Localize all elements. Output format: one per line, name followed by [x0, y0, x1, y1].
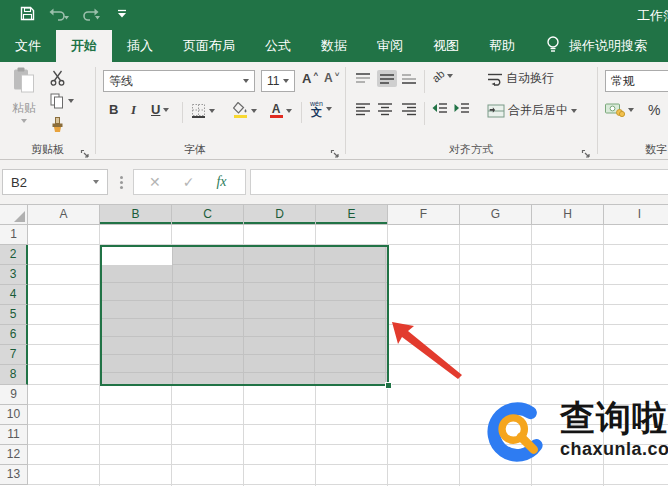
orientation-arrow [447, 74, 453, 78]
row-header-8[interactable]: 8 [0, 365, 28, 385]
row-header-7[interactable]: 7 [0, 345, 28, 365]
increase-indent-button[interactable] [454, 102, 470, 116]
middle-align-button[interactable] [377, 70, 397, 87]
font-color-icon: A [269, 102, 283, 119]
column-header-g[interactable]: G [460, 205, 532, 225]
column-headers: ABCDEFGHI [28, 205, 668, 225]
customize-qat-icon[interactable] [117, 9, 127, 18]
row-header-4[interactable]: 4 [0, 285, 28, 305]
copy-button[interactable] [50, 93, 74, 109]
group-separator [95, 67, 96, 154]
tab-help[interactable]: 帮助 [474, 30, 530, 62]
paste-button[interactable]: 粘贴 [5, 67, 43, 135]
align-right-button[interactable] [401, 102, 417, 116]
logo-text: 查询啦 chaxunla.com [560, 399, 668, 459]
tab-file[interactable]: 文件 [0, 30, 56, 62]
row-header-11[interactable]: 11 [0, 425, 28, 445]
bold-button[interactable]: B [109, 102, 118, 117]
row-header-5[interactable]: 5 [0, 305, 28, 325]
top-align-button[interactable] [355, 72, 371, 85]
underline-button[interactable]: U [151, 102, 169, 117]
chaxunla-logo-icon [484, 399, 558, 463]
accounting-format-button[interactable] [605, 102, 634, 117]
bottom-align-icon [401, 72, 417, 85]
row-header-6[interactable]: 6 [0, 325, 28, 345]
align-left-button[interactable] [355, 102, 371, 116]
mini-separator [424, 70, 425, 93]
fill-color-button[interactable] [233, 102, 257, 119]
font-size-combo[interactable]: 11 [261, 70, 295, 92]
group-separator [597, 67, 598, 154]
tab-review[interactable]: 审阅 [362, 30, 418, 62]
select-all-button[interactable] [0, 205, 28, 225]
column-header-a[interactable]: A [28, 205, 100, 225]
italic-button[interactable]: I [131, 102, 136, 118]
column-header-h[interactable]: H [532, 205, 604, 225]
column-header-e[interactable]: E [316, 205, 388, 225]
phonetic-guide-button[interactable]: wén 文 [310, 100, 332, 118]
save-icon[interactable] [20, 6, 35, 21]
wrap-text-button[interactable]: 自动换行 [487, 70, 554, 87]
row-header-1[interactable]: 1 [0, 225, 28, 245]
cut-icon [50, 70, 65, 86]
font-name-combo[interactable]: 等线 [103, 70, 255, 92]
undo-icon[interactable] [49, 7, 69, 21]
decrease-indent-icon [432, 102, 448, 116]
decrease-indent-button[interactable] [432, 102, 448, 116]
tell-me-search[interactable]: 操作说明搜索 [546, 30, 647, 62]
tab-page-layout[interactable]: 页面布局 [168, 30, 250, 62]
active-cell-b2[interactable] [102, 247, 172, 265]
selection-range-b2-e8[interactable] [100, 245, 389, 386]
top-align-icon [355, 72, 371, 85]
formula-bar-drag-dots[interactable] [120, 176, 123, 179]
row-header-3[interactable]: 3 [0, 265, 28, 285]
font-name-arrow [243, 79, 249, 83]
column-header-i[interactable]: I [604, 205, 668, 225]
align-right-icon [401, 102, 417, 116]
merge-center-button[interactable]: 合并后居中 [487, 102, 577, 119]
tab-view[interactable]: 视图 [418, 30, 474, 62]
row-header-9[interactable]: 9 [0, 385, 28, 405]
alignment-dialog-launcher[interactable] [581, 145, 591, 155]
tab-home[interactable]: 开始 [56, 30, 112, 62]
font-dialog-launcher[interactable] [330, 145, 340, 155]
format-painter-button[interactable] [50, 117, 66, 133]
paste-dropdown-arrow [21, 119, 27, 123]
bottom-align-button[interactable] [401, 72, 417, 85]
middle-align-icon [379, 72, 395, 85]
column-header-d[interactable]: D [244, 205, 316, 225]
name-box[interactable]: B2 [2, 169, 108, 195]
clipboard-dialog-launcher[interactable] [80, 145, 90, 155]
enter-icon[interactable]: ✓ [183, 174, 195, 190]
font-color-button[interactable]: A [269, 102, 292, 119]
lightbulb-icon [546, 35, 560, 57]
number-format-combo[interactable]: 常规 [605, 70, 668, 92]
watermark-logo: 查询啦 chaxunla.com [484, 399, 668, 463]
row-header-10[interactable]: 10 [0, 405, 28, 425]
cancel-icon[interactable]: ✕ [149, 174, 161, 190]
borders-icon [191, 103, 206, 118]
font-color-arrow [286, 109, 292, 113]
fill-handle[interactable] [385, 382, 392, 389]
cut-button[interactable] [50, 70, 65, 86]
orientation-button[interactable]: ab [432, 70, 453, 82]
column-header-b[interactable]: B [100, 205, 172, 225]
increase-font-size-button[interactable]: A˄ [302, 71, 318, 86]
formula-input[interactable] [250, 169, 668, 195]
row-header-2[interactable]: 2 [0, 245, 28, 265]
tab-insert[interactable]: 插入 [112, 30, 168, 62]
borders-button[interactable] [191, 103, 215, 118]
align-center-button[interactable] [377, 102, 393, 116]
column-header-c[interactable]: C [172, 205, 244, 225]
column-header-f[interactable]: F [388, 205, 460, 225]
decrease-font-size-button[interactable]: A˅ [324, 71, 339, 85]
insert-function-icon[interactable]: fx [216, 174, 226, 190]
percent-style-button[interactable]: % [648, 102, 660, 118]
mini-separator [424, 102, 425, 125]
tab-data[interactable]: 数据 [306, 30, 362, 62]
format-painter-icon [50, 117, 66, 133]
row-header-12[interactable]: 12 [0, 445, 28, 465]
tab-formulas[interactable]: 公式 [250, 30, 306, 62]
redo-icon[interactable] [83, 7, 103, 21]
row-header-13[interactable]: 13 [0, 465, 28, 485]
